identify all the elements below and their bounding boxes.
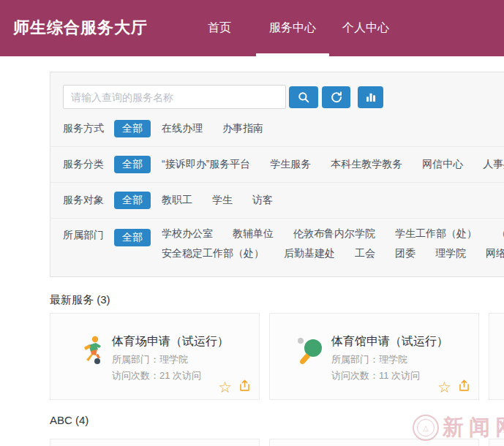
filter-option[interactable]: 学生工作部（处） — [395, 227, 477, 241]
filter-label: 服务方式 — [63, 122, 104, 135]
filter-option[interactable]: 安全稳定工作部（处） — [162, 247, 264, 260]
nav-home[interactable]: 首页 — [183, 0, 256, 56]
card-actions: ☆ — [218, 379, 252, 396]
service-card-gym[interactable]: 体育馆申请（试运行） 所属部门：理学院 访问次数：11 次访问 ☆ — [269, 313, 479, 400]
filter-option[interactable]: 办事指南 — [222, 122, 263, 135]
table-tennis-icon — [295, 334, 327, 366]
filter-all-pill[interactable]: 全部 — [114, 229, 151, 246]
chart-button[interactable] — [358, 86, 383, 108]
watermark-text: 新闻网 — [443, 413, 504, 442]
latest-services-cards: 体育场申请（试运行） 所属部门：理学院 访问次数：21 次访问 ☆ 体育馆申请（… — [50, 313, 504, 400]
app-title: 师生综合服务大厅 — [13, 17, 148, 39]
service-card[interactable] — [50, 439, 260, 446]
filter-option[interactable]: 学校办公室 — [162, 227, 213, 241]
filter-option[interactable]: 理学院 — [435, 247, 466, 260]
service-card-stadium[interactable]: 体育场申请（试运行） 所属部门：理学院 访问次数：21 次访问 ☆ — [50, 313, 260, 400]
filter-option[interactable]: 在线办理 — [162, 122, 203, 135]
search-icon — [297, 91, 310, 104]
filter-option[interactable]: （研究生 — [497, 227, 504, 241]
filter-label: 服务对象 — [63, 194, 104, 207]
share-icon[interactable] — [238, 379, 252, 396]
soccer-player-icon — [75, 334, 108, 366]
latest-services-heading: 最新服务 (3) — [50, 293, 110, 307]
filter-all-pill[interactable]: 全部 — [114, 120, 151, 137]
app-header: 师生综合服务大厅 首页 服务中心 个人中心 — [0, 0, 504, 56]
share-icon[interactable] — [457, 379, 471, 396]
filter-option[interactable]: 访客 — [252, 194, 273, 207]
refresh-button[interactable] — [322, 86, 350, 108]
card-actions: ☆ — [437, 379, 471, 396]
filter-label: 所属部门 — [63, 229, 104, 242]
filter-option[interactable]: 工会 — [355, 247, 375, 260]
favorite-star-icon[interactable]: ☆ — [437, 379, 451, 395]
news-site-watermark: △ 新闻网 — [413, 413, 504, 442]
service-title: 体育馆申请（试运行） — [331, 334, 448, 349]
filter-option[interactable]: 人事处 — [483, 158, 504, 171]
favorite-star-icon[interactable]: ☆ — [218, 379, 232, 395]
service-title: 体育场申请（试运行） — [112, 334, 229, 349]
filter-option[interactable]: 网信中心 — [422, 158, 463, 171]
filter-row-service-category: 服务分类 全部 “接诉即办”服务平台 学生服务 本科生教学教务 网信中心 人事处 — [50, 147, 504, 183]
filter-row-department: 所属部门 全部 学校办公室 教辅单位 伦敦布鲁内尔学院 学生工作部（处） （研究… — [50, 219, 504, 269]
service-visits: 访问次数：21 次访问 — [112, 369, 201, 382]
main-nav: 首页 服务中心 个人中心 — [183, 0, 402, 56]
seal-logo-icon: △ — [413, 415, 439, 441]
service-dept: 所属部门：理学院 — [112, 353, 188, 366]
filter-option[interactable]: 后勤基建处 — [284, 247, 335, 260]
service-visits: 访问次数：11 次访问 — [331, 369, 420, 382]
search-button[interactable] — [289, 86, 318, 108]
filter-option[interactable]: 学生 — [212, 194, 233, 207]
service-card[interactable] — [489, 439, 504, 446]
filter-all-pill[interactable]: 全部 — [114, 192, 151, 209]
filter-option[interactable]: 教辅单位 — [233, 227, 274, 241]
service-card-partial[interactable] — [489, 313, 504, 400]
filter-option[interactable]: 网络安全 — [486, 247, 504, 260]
filter-option[interactable]: 伦敦布鲁内尔学院 — [293, 227, 375, 241]
filter-option[interactable]: 本科生教学教务 — [331, 158, 402, 171]
abc-heading: ABC (4) — [50, 414, 89, 426]
abc-cards — [50, 439, 504, 446]
service-dept: 所属部门：理学院 — [331, 353, 407, 366]
nav-service-center[interactable]: 服务中心 — [256, 0, 329, 56]
refresh-icon — [330, 91, 343, 104]
filter-option[interactable]: 学生服务 — [270, 158, 311, 171]
filter-option[interactable]: 团委 — [395, 247, 415, 260]
filter-panel: 服务方式 全部 在线办理 办事指南 服务分类 全部 “接诉即办”服务平台 学生服… — [50, 72, 504, 277]
filter-option[interactable]: “接诉即办”服务平台 — [162, 158, 250, 171]
filter-row-service-target: 服务对象 全部 教职工 学生 访客 — [50, 183, 504, 219]
search-row — [63, 85, 504, 109]
bar-chart-icon — [365, 91, 377, 103]
service-card[interactable] — [269, 439, 479, 446]
filter-label: 服务分类 — [63, 158, 104, 171]
search-input[interactable] — [63, 85, 286, 109]
nav-personal-center[interactable]: 个人中心 — [329, 0, 402, 56]
filter-option[interactable]: 教职工 — [162, 194, 192, 207]
filter-all-pill[interactable]: 全部 — [114, 156, 151, 173]
filter-row-service-mode: 服务方式 全部 在线办理 办事指南 — [50, 111, 504, 147]
